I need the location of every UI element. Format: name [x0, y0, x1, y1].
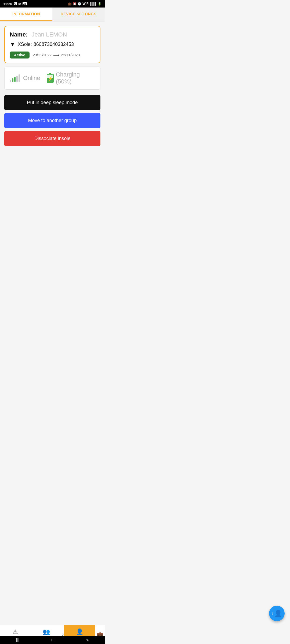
xsole-label: XSole: [18, 42, 32, 47]
bar-3 [14, 77, 16, 82]
bar-1 [10, 80, 11, 82]
clock-icon: 🕐 [78, 2, 81, 6]
battery-icon: 🔋 [98, 2, 102, 6]
status-right: 💼 ⏰ 🕐 WiFi ▌▌▌ 🔋 [68, 2, 102, 6]
name-label: Name: [10, 31, 28, 38]
name-row: Name: Jean LEMON [10, 31, 95, 38]
deep-sleep-button[interactable]: Put in deep sleep mode [4, 95, 100, 110]
signal-bars [10, 74, 20, 82]
briefcase-icon: 💼 [68, 2, 72, 6]
active-badge: Active [10, 52, 30, 58]
main-content: Name: Jean LEMON ▼ XSole: 86087304033245… [0, 21, 105, 182]
xsole-row: ▼ XSole: 860873040332453 [10, 41, 95, 48]
tab-information[interactable]: INFORMATION [0, 8, 52, 21]
device-status-card: Online ⚡ Charging (50%) [4, 67, 100, 90]
online-label: Online [23, 75, 40, 82]
status-left: 11:20 🖼 M 31 [3, 2, 27, 6]
name-value: Jean LEMON [31, 31, 67, 38]
photo-icon: 🖼 [13, 2, 17, 6]
date-end: 22/11/2023 [61, 53, 80, 57]
battery-tip [49, 73, 51, 74]
tab-device-settings[interactable]: DEVICE SETTINGS [52, 8, 105, 21]
date-start: 23/11/2022 [33, 53, 52, 57]
move-group-button[interactable]: Move to another group [4, 113, 100, 128]
bar-4 [16, 76, 18, 82]
status-bar: 11:20 🖼 M 31 💼 ⏰ 🕐 WiFi ▌▌▌ 🔋 [0, 0, 105, 8]
date-arrow-icon: ⟶ [53, 53, 59, 58]
date-range: 23/11/2022 ⟶ 22/11/2023 [33, 53, 80, 58]
lightning-icon: ⚡ [48, 76, 53, 81]
alarm-icon: ⏰ [73, 2, 77, 6]
online-group: Online [10, 74, 40, 82]
xsole-value: 860873040332453 [34, 42, 74, 47]
charging-label: Charging (50%) [56, 71, 95, 85]
bar-5 [19, 74, 20, 82]
dissociate-button[interactable]: Dissociate insole [4, 131, 100, 146]
bar-2 [12, 78, 13, 82]
insole-icon: ▼ [10, 41, 16, 48]
top-tab-bar: INFORMATION DEVICE SETTINGS [0, 8, 105, 21]
battery-indicator: ⚡ [47, 73, 54, 83]
info-card: Name: Jean LEMON ▼ XSole: 86087304033245… [4, 26, 100, 63]
signal-bars-icon: ▌▌▌ [90, 2, 97, 5]
mail-icon: M [18, 2, 21, 6]
wifi-icon: WiFi [82, 2, 89, 6]
status-row: Active 23/11/2022 ⟶ 22/11/2023 [10, 52, 95, 58]
time-display: 11:20 [3, 2, 12, 6]
charging-group: ⚡ Charging (50%) [47, 71, 95, 85]
calendar-icon: 31 [23, 2, 27, 5]
